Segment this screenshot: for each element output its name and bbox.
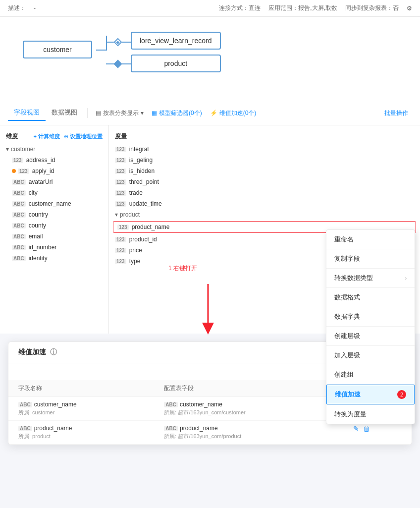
menu-rename[interactable]: 重命名 xyxy=(326,230,415,249)
measure-is-geling[interactable]: 123 is_geling xyxy=(109,155,420,166)
menu-convert-type[interactable]: 转换数据类型 › xyxy=(326,269,415,287)
dim-item-email[interactable]: ABC email xyxy=(0,231,108,242)
field-cell-1: ABC customer_name 所属: customer xyxy=(8,397,154,421)
dim-item-country[interactable]: ABC country xyxy=(0,209,108,220)
canvas-area: customer xyxy=(0,17,420,101)
dim-item-county[interactable]: ABC county xyxy=(0,220,108,231)
desc-value: - xyxy=(34,5,36,12)
type-badge: ABC xyxy=(12,212,26,218)
tabs-toolbar: 字段视图 数据视图 ▤ 按表分类显示 ▾ ▦ 模型筛选器(0个) ⚡ 维值加速(… xyxy=(0,101,420,125)
scope-info: 应用范围：报告,大屏,取数 xyxy=(268,4,337,12)
measure-integral[interactable]: 123 integral xyxy=(109,144,420,155)
menu-data-format[interactable]: 数据格式 xyxy=(326,288,415,307)
dim-group-customer: ▾ customer 123 address_id 123 apply_id A… xyxy=(0,144,108,264)
dim-item-apply-id[interactable]: 123 apply_id xyxy=(0,166,108,176)
modal-title: 维值加速 ⓘ xyxy=(18,348,57,357)
menu-convert-measure[interactable]: 转换为度量 xyxy=(326,405,415,424)
context-menu: 重命名 复制字段 转换数据类型 › 数据格式 数据字典 创建层级 加入层级 创建… xyxy=(326,229,415,424)
desc-label: 描述： xyxy=(8,4,26,12)
orange-dot xyxy=(12,169,16,173)
dim-item-address-id[interactable]: 123 address_id xyxy=(0,155,108,166)
measure-is-hidden[interactable]: 123 is_hidden xyxy=(109,166,420,176)
config-cell-1: ABC customer_name 所属: 超市/163yun_com/cust… xyxy=(154,397,343,421)
col-field-name: 字段名称 xyxy=(8,380,154,397)
field-owner-1: 所属: customer xyxy=(18,409,144,416)
dim-item-id-number[interactable]: ABC id_number xyxy=(0,242,108,253)
config-name-1: ABC customer_name xyxy=(164,401,333,408)
category-display-btn[interactable]: ▤ 按表分类显示 ▾ xyxy=(92,107,148,119)
chevron-down-icon: ▾ xyxy=(141,110,144,116)
config-cell-2: ABC product_name 所属: 超市/163yun_com/produ… xyxy=(154,421,343,445)
menu-copy-field[interactable]: 复制字段 xyxy=(326,249,415,268)
type-badge: ABC xyxy=(12,201,26,207)
panel-header-measure: 度量 xyxy=(109,129,420,144)
config-owner-2: 所属: 超市/163yun_com/product xyxy=(164,433,333,440)
field-cell-2: ABC product_name 所属: product xyxy=(8,421,154,445)
chevron-right-icon: › xyxy=(405,276,407,281)
config-name-2: ABC product_name xyxy=(164,425,333,432)
menu-data-dict[interactable]: 数据字典 xyxy=(326,307,415,326)
dim-item-identity[interactable]: ABC identity xyxy=(0,253,108,264)
filter-icon: ▤ xyxy=(96,110,101,116)
edit-icon-2[interactable]: ✎ xyxy=(353,425,359,433)
dim-item-city[interactable]: ABC city xyxy=(0,187,108,198)
accelerate-badge: 2 xyxy=(397,390,406,399)
set-geo-btn[interactable]: ⊙ 设置地理位置 xyxy=(64,133,103,140)
measure-group-product[interactable]: ▾ product xyxy=(109,209,420,220)
tab-data-view[interactable]: 数据视图 xyxy=(46,105,83,121)
dim-accelerate-btn[interactable]: ⚡ 维值加速(0个) xyxy=(206,107,261,119)
left-panel: 维度 + 计算维度 ⊙ 设置地理位置 ▾ customer 123 addres… xyxy=(0,125,109,334)
entity-customer[interactable]: customer xyxy=(23,41,92,58)
dim-group-header[interactable]: ▾ customer xyxy=(0,144,108,155)
type-badge: ABC xyxy=(12,179,26,185)
model-filter-btn[interactable]: ▦ 模型筛选器(0个) xyxy=(148,107,206,119)
field-name-2: ABC product_name xyxy=(18,425,144,432)
dim-item-customer-name[interactable]: ABC customer_name xyxy=(0,198,108,209)
menu-join-hierarchy[interactable]: 加入层级 xyxy=(326,346,415,365)
main-content: 维度 + 计算维度 ⊙ 设置地理位置 ▾ customer 123 addres… xyxy=(0,125,420,334)
connect-info: 连接方式：直连 xyxy=(219,4,261,12)
dim-icon: ⚡ xyxy=(210,110,217,116)
batch-ops-btn[interactable]: 批量操作 xyxy=(380,107,412,119)
tab-field-view[interactable]: 字段视图 xyxy=(8,105,46,121)
type-badge: 123 xyxy=(12,158,23,163)
delete-icon-2[interactable]: 🗑 xyxy=(363,425,370,433)
dim-item-avatarurl[interactable]: ABC avatarUrl xyxy=(0,176,108,187)
sync-info: 同步到复杂报表：否 xyxy=(345,4,399,12)
top-bar: 描述： - 连接方式：直连 应用范围：报告,大屏,取数 同步到复杂报表：否 ⚙ xyxy=(0,0,420,17)
measure-thred-point[interactable]: 123 thred_point xyxy=(109,176,420,187)
type-badge: 123 xyxy=(18,169,29,174)
entity-product[interactable]: product xyxy=(131,55,221,72)
model-icon: ▦ xyxy=(152,110,157,116)
type-badge: ABC xyxy=(12,190,26,196)
menu-dim-accelerate[interactable]: 维值加速 2 xyxy=(326,385,415,404)
entity-lore[interactable]: lore_view_learn_record xyxy=(131,32,221,50)
settings-icon[interactable]: ⚙ xyxy=(407,5,412,12)
help-icon[interactable]: ⓘ xyxy=(50,348,57,357)
annotation-right-click: 1 右键打开 xyxy=(168,264,197,273)
field-name-1: ABC customer_name xyxy=(18,401,144,408)
measure-trade[interactable]: 123 trade xyxy=(109,187,420,198)
measure-update-time[interactable]: 123 update_time xyxy=(109,198,420,209)
panel-actions: + 计算维度 ⊙ 设置地理位置 xyxy=(33,133,103,140)
config-owner-1: 所属: 超市/163yun_com/customer xyxy=(164,409,333,416)
add-calc-btn[interactable]: + 计算维度 xyxy=(33,133,59,140)
menu-create-hierarchy[interactable]: 创建层级 xyxy=(326,327,415,345)
type-badge: ABC xyxy=(12,256,26,261)
panel-header-dim: 维度 + 计算维度 ⊙ 设置地理位置 xyxy=(0,129,108,144)
chevron-down-icon: ▾ xyxy=(115,211,118,218)
type-badge: ABC xyxy=(12,223,26,228)
field-owner-2: 所属: product xyxy=(18,433,144,440)
type-badge: ABC xyxy=(12,245,26,250)
type-badge: ABC xyxy=(12,234,26,239)
action-icons-2: ✎ 🗑 xyxy=(353,425,402,433)
col-config-field: 配置表字段 xyxy=(154,380,343,397)
chevron-down-icon: ▾ xyxy=(6,146,9,153)
menu-create-group[interactable]: 创建组 xyxy=(326,365,415,384)
